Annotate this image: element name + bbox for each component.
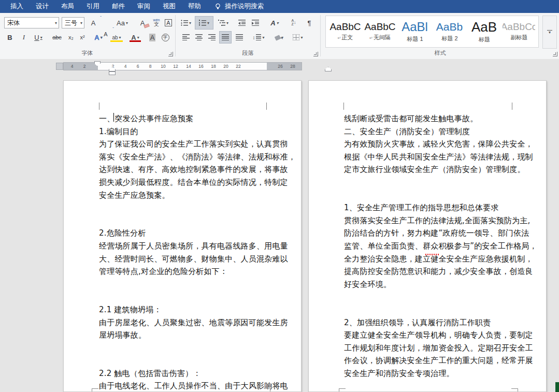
change-case-button[interactable]: Aa	[115, 17, 130, 28]
text-line[interactable]	[99, 201, 268, 214]
menu-tab[interactable]: 插入	[4, 0, 30, 13]
clear-formatting-button[interactable]: A	[137, 17, 148, 28]
text-line[interactable]: 2.1 建筑物坍塌：	[99, 303, 268, 316]
sort-button[interactable]: A Z ↓	[288, 16, 299, 28]
text-line[interactable]: 监管、单位全面负责、群众积极参与”的安全工作格局，	[344, 240, 513, 253]
font-size-combo[interactable]: 三号 ▾	[62, 17, 84, 28]
style-card[interactable]: AaBl 标题 1	[398, 17, 431, 46]
text-line[interactable]: 损失减少到最低程度。结合本单位的实际情况，特制定	[99, 176, 268, 189]
text-line[interactable]	[344, 303, 513, 316]
grow-font-button[interactable]: Aˆ	[88, 17, 98, 28]
text-line[interactable]: 1、安全生产管理工作的指导思想和总体要求	[344, 201, 513, 214]
style-card[interactable]: AaBbC ↵无间隔	[364, 17, 396, 46]
text-line[interactable]: 安全生产和消防安全专项治理。	[344, 367, 513, 380]
asian-layout-button[interactable]: A	[267, 17, 282, 28]
enclose-characters-button[interactable]: 字	[160, 32, 170, 42]
strikethrough-button[interactable]: abc	[50, 32, 64, 42]
text-line[interactable]	[99, 291, 268, 303]
text-line[interactable]: 二、安全生产（消防安全）管理制度	[344, 125, 513, 138]
document-page-1[interactable]: 一、突发公共事件应急预案1.编制目的为了保证我公司的安全生产工作落实到实处，认真…	[63, 80, 302, 392]
text-line[interactable]: 一、突发公共事件应急预案	[99, 112, 268, 125]
menu-tab[interactable]: 审阅	[131, 0, 156, 13]
menu-tab[interactable]: 引用	[80, 0, 106, 13]
menu-tab[interactable]: 视图	[156, 0, 182, 13]
align-right-button[interactable]	[206, 32, 218, 42]
document-page-2[interactable]: 线刮断或受雷击都可能发生触电事故。二、安全生产（消防安全）管理制度为有效预防火灾…	[308, 80, 547, 392]
text-line[interactable]: 要建立健全安全生产领导机构，明确专人负责，要制定	[344, 329, 513, 342]
numbering-button[interactable]	[195, 16, 213, 30]
justify-button[interactable]	[219, 31, 232, 43]
text-line[interactable]: 为了保证我公司的安全生产工作落实到实处，认真贯彻	[99, 138, 268, 151]
font-name-combo[interactable]: 宋体 ▾	[4, 17, 59, 28]
text-line[interactable]: 贯彻落实安全生产工作的法律法规,全面落实预防为主,	[344, 214, 513, 227]
text-line[interactable]: 1.编制目的	[99, 125, 268, 138]
text-line[interactable]: 根据《中华人民共和国安全生产法》等法律法规，现制	[344, 151, 513, 164]
tab-stop-selector[interactable]	[56, 63, 63, 70]
text-line[interactable]	[344, 189, 513, 202]
show-marks-button[interactable]: ¶	[304, 17, 315, 28]
menu-tab[interactable]: 布局	[55, 0, 80, 13]
increase-indent-button[interactable]	[249, 17, 262, 28]
shading-button[interactable]	[271, 32, 287, 42]
multilevel-list-button[interactable]	[216, 17, 231, 28]
text-line[interactable]: 管理等特点,对企业的危险分析如下：	[99, 265, 268, 278]
style-card[interactable]: AaBbC ↵正文	[329, 17, 362, 46]
style-card[interactable]: AaBb 标题 2	[433, 17, 466, 46]
text-line[interactable]: 大、经营时间长、可燃物多、财物集中、人员混杂难以	[99, 253, 268, 266]
more-styles-button[interactable]: ▾	[542, 16, 557, 49]
text-line[interactable]: 2.2 触电（包括雷击伤害）：	[99, 367, 268, 380]
menu-tab[interactable]: 帮助	[182, 0, 207, 13]
text-line[interactable]: 为有效预防火灾事故，减轻火灾危害，保障公共安全，	[344, 138, 513, 151]
text-line[interactable]	[344, 291, 513, 303]
style-card[interactable]: AaB 标题	[468, 17, 500, 46]
text-line[interactable]: 屋坍塌事故。	[99, 329, 268, 342]
text-line[interactable]: 定市文旅行业领域安全生产（消防安全）管理制度。	[344, 163, 513, 176]
text-line[interactable]: 达到快速、有序、高效地控制紧急事件的发展，将事故	[99, 163, 268, 176]
line-spacing-button[interactable]: ↕	[250, 32, 267, 42]
text-line[interactable]: 工作规划和年度计划，增加资金投入。定期召开安全工	[344, 342, 513, 355]
right-indent-marker[interactable]	[325, 67, 332, 71]
styles-dialog-launcher[interactable]	[553, 52, 557, 56]
text-line[interactable]: 线刮断或受雷击都可能发生触电事故。	[344, 112, 513, 125]
character-shading-button[interactable]: A	[147, 32, 157, 42]
distributed-button[interactable]	[233, 32, 246, 42]
highlight-color-button[interactable]: ab	[109, 32, 124, 42]
character-border-button[interactable]: A	[163, 17, 174, 28]
tell-me-search[interactable]: 操作说明搜索	[214, 2, 264, 11]
superscript-button[interactable]: x²	[77, 32, 88, 42]
text-line[interactable]: 经营场所属于人员密集场所，具有电器线路多、用电量	[99, 240, 268, 253]
font-color-button[interactable]: A	[128, 32, 142, 42]
align-left-button[interactable]	[180, 32, 192, 42]
text-line[interactable]: 提高防控安全防范意识和能力，减少安全事故，创造良	[344, 265, 513, 278]
italic-button[interactable]: I	[20, 32, 28, 42]
text-line[interactable]: 好安全环境。	[344, 278, 513, 291]
text-effects-button[interactable]: A	[92, 32, 105, 42]
text-line[interactable]: 落实《安全生产法》、《消防法》等法律、法规和标准，	[99, 151, 268, 164]
paragraph-dialog-launcher[interactable]	[313, 52, 318, 56]
menu-tab[interactable]: 设计	[30, 0, 55, 13]
text-line[interactable]	[99, 342, 268, 355]
text-line[interactable]: 安全生产应急预案。	[99, 189, 268, 202]
text-line[interactable]: 防治结合的方针，努力构建“政府统一领导、部门依法	[344, 227, 513, 240]
text-line[interactable]: 作会议，协调解决安全生产工作的重大问题，经常开展	[344, 354, 513, 367]
text-line[interactable]	[99, 278, 268, 291]
text-line[interactable]	[344, 176, 513, 189]
text-line[interactable]: 2.危险性分析	[99, 227, 268, 240]
text-line[interactable]	[99, 214, 268, 227]
decrease-indent-button[interactable]	[236, 17, 248, 28]
left-indent-marker[interactable]	[109, 71, 116, 75]
text-line[interactable]: 2、加强组织领导，认真履行消防工作职责	[344, 316, 513, 329]
text-line[interactable]	[99, 354, 268, 367]
bold-button[interactable]: B	[5, 32, 15, 42]
subscript-button[interactable]: x₂	[66, 32, 76, 42]
borders-button[interactable]	[290, 32, 306, 42]
underline-button[interactable]: U	[32, 32, 45, 42]
phonetic-guide-button[interactable]: wén 文	[151, 16, 162, 28]
style-card[interactable]: AaBbCc 副标题	[503, 17, 535, 46]
align-center-button[interactable]	[193, 32, 205, 42]
font-dialog-launcher[interactable]	[168, 52, 173, 56]
menu-tab[interactable]: 邮件	[106, 0, 131, 13]
bullets-button[interactable]	[179, 17, 193, 28]
text-line[interactable]: 由于房屋老化、人员聚集过密、地震等原因可能发生房	[99, 316, 268, 329]
text-line[interactable]: 由于电线老化、工作人员操作不当、由于大风影响将电	[99, 380, 268, 392]
